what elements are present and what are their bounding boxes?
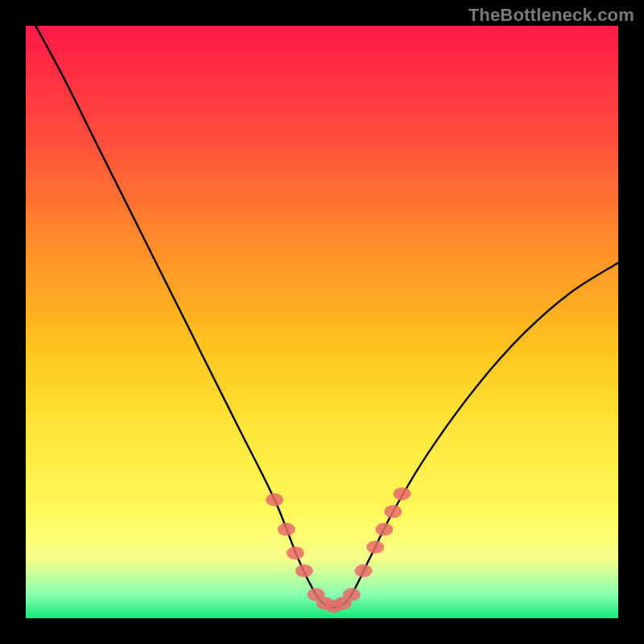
chart-svg	[26, 26, 618, 618]
curve-marker	[295, 564, 313, 577]
curve-marker	[278, 523, 295, 536]
curve-marker	[287, 547, 304, 559]
curve-markers	[266, 487, 411, 613]
curve-marker	[393, 487, 411, 500]
watermark-label: TheBottleneck.com	[469, 5, 634, 26]
chart-plot-area	[26, 26, 618, 618]
curve-marker	[355, 564, 373, 577]
curve-marker	[266, 493, 283, 506]
curve-marker	[343, 588, 361, 601]
curve-marker	[375, 523, 393, 536]
bottleneck-curve	[26, 26, 618, 608]
curve-marker	[384, 506, 402, 518]
curve-marker	[366, 541, 384, 554]
